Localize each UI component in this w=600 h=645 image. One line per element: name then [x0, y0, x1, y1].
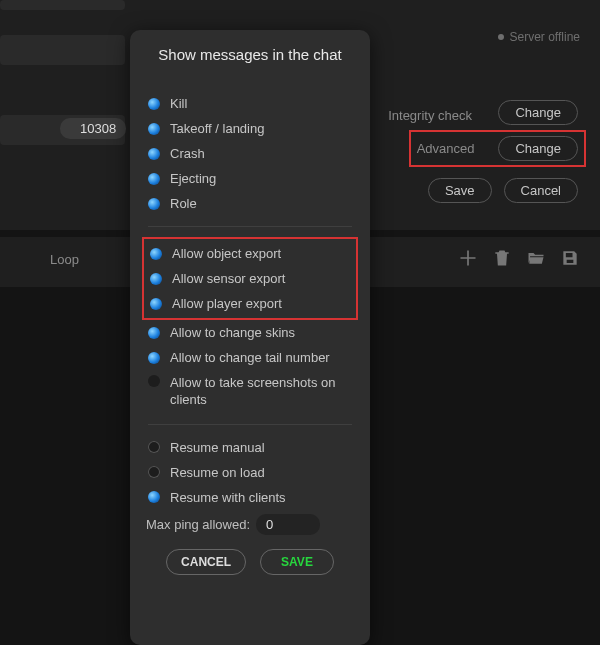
checkbox-icon [148, 98, 160, 110]
trash-icon[interactable] [492, 248, 512, 268]
allow-change-tail-row[interactable]: Allow to change tail number [144, 345, 356, 370]
bg-save-cancel: Save Cancel [428, 178, 578, 203]
bg-save-button[interactable]: Save [428, 178, 492, 203]
port-value: 10308 [80, 121, 116, 136]
option-label: Allow object export [172, 246, 281, 261]
divider [148, 424, 352, 425]
max-ping-label: Max ping allowed: [146, 517, 250, 532]
checkbox-icon [148, 352, 160, 364]
option-label: Allow sensor export [172, 271, 285, 286]
checkbox-icon [150, 298, 162, 310]
allow-sensor-export-row[interactable]: Allow sensor export [146, 266, 354, 291]
playlist-toolbar [458, 248, 580, 268]
allow-change-skins-row[interactable]: Allow to change skins [144, 320, 356, 345]
option-label: Allow to change skins [170, 325, 295, 340]
radio-icon [148, 466, 160, 478]
allow-screenshots-row[interactable]: Allow to take screenshots on clients [144, 370, 356, 414]
add-icon[interactable] [458, 248, 478, 268]
radio-icon [148, 441, 160, 453]
checkbox-icon [150, 273, 162, 285]
checkbox-icon [150, 248, 162, 260]
option-label: Allow player export [172, 296, 282, 311]
event-kill-row[interactable]: Kill [144, 91, 356, 116]
port-field[interactable]: 10308 [60, 118, 126, 139]
modal-save-button[interactable]: SAVE [260, 549, 334, 575]
radio-icon [148, 491, 160, 503]
integrity-check-label: Integrity check [388, 108, 472, 123]
advanced-change-button[interactable]: Change [498, 136, 578, 161]
checkbox-icon [148, 123, 160, 135]
checkbox-icon [148, 327, 160, 339]
option-label: Resume on load [170, 465, 265, 480]
option-label: Allow to change tail number [170, 350, 330, 365]
server-status: Server offline [498, 30, 580, 44]
checkbox-icon [148, 375, 160, 387]
modal-title: Show messages in the chat [144, 46, 356, 63]
option-label: Kill [170, 96, 187, 111]
max-ping-input[interactable] [256, 514, 320, 535]
checkbox-icon [148, 198, 160, 210]
advanced-row-highlight: Advanced Change [409, 130, 586, 167]
modal-cancel-button[interactable]: CANCEL [166, 549, 246, 575]
resume-on-load-row[interactable]: Resume on load [144, 460, 356, 485]
advanced-label: Advanced [417, 141, 475, 156]
max-ping-row: Max ping allowed: [144, 514, 356, 535]
checkbox-icon [148, 173, 160, 185]
event-role-row[interactable]: Role [144, 191, 356, 216]
event-crash-row[interactable]: Crash [144, 141, 356, 166]
resume-with-clients-row[interactable]: Resume with clients [144, 485, 356, 510]
bg-decoration [0, 35, 125, 65]
server-status-text: Server offline [510, 30, 580, 44]
export-options-highlight: Allow object export Allow sensor export … [142, 237, 358, 320]
save-icon[interactable] [560, 248, 580, 268]
event-takeoff-row[interactable]: Takeoff / landing [144, 116, 356, 141]
option-label: Role [170, 196, 197, 211]
bg-decoration [0, 0, 125, 10]
option-label: Allow to take screenshots on clients [170, 375, 352, 409]
folder-open-icon[interactable] [526, 248, 546, 268]
loop-label: Loop [50, 252, 79, 267]
allow-object-export-row[interactable]: Allow object export [146, 241, 354, 266]
modal-buttons: CANCEL SAVE [144, 549, 356, 575]
option-label: Resume with clients [170, 490, 286, 505]
option-label: Ejecting [170, 171, 216, 186]
event-ejecting-row[interactable]: Ejecting [144, 166, 356, 191]
allow-player-export-row[interactable]: Allow player export [146, 291, 354, 316]
resume-manual-row[interactable]: Resume manual [144, 435, 356, 460]
option-label: Resume manual [170, 440, 265, 455]
checkbox-icon [148, 148, 160, 160]
divider [148, 226, 352, 227]
option-label: Crash [170, 146, 205, 161]
bg-cancel-button[interactable]: Cancel [504, 178, 578, 203]
chat-messages-modal: Show messages in the chat Kill Takeoff /… [130, 30, 370, 645]
integrity-change-button[interactable]: Change [498, 100, 578, 125]
option-label: Takeoff / landing [170, 121, 264, 136]
